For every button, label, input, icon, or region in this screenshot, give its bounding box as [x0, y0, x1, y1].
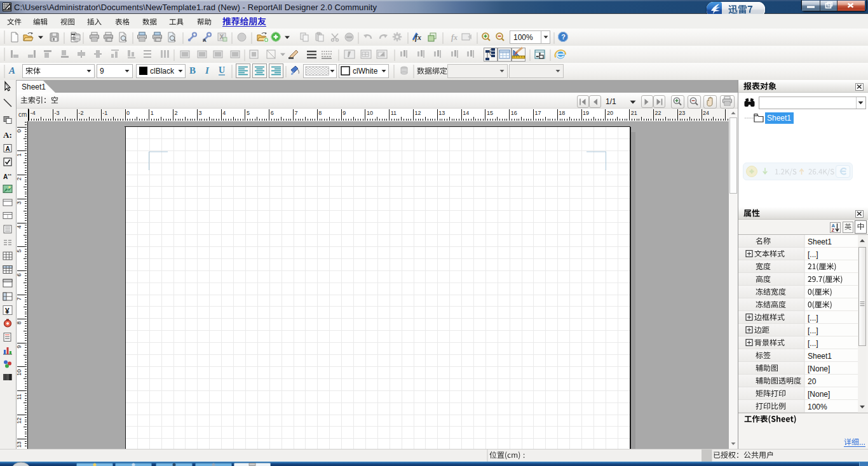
svg-text:8: 8 [16, 321, 22, 324]
svg-text:21: 21 [631, 110, 637, 116]
svg-text:?: ? [561, 33, 566, 41]
svg-text:2: 2 [16, 177, 22, 180]
svg-text:A:: A: [3, 130, 12, 140]
svg-text:22: 22 [655, 110, 661, 116]
svg-text:12: 12 [16, 417, 22, 423]
svg-text:17: 17 [535, 110, 541, 116]
svg-text:8: 8 [318, 110, 322, 116]
svg-text:5: 5 [16, 250, 22, 253]
svg-text:-1: -1 [102, 110, 107, 116]
svg-text:4: 4 [16, 225, 22, 229]
svg-text:U: U [219, 65, 225, 75]
svg-text:-3: -3 [55, 110, 60, 116]
svg-text:7: 7 [16, 297, 22, 300]
svg-text:20: 20 [607, 110, 613, 116]
svg-text:10: 10 [16, 369, 22, 376]
svg-text:19: 19 [583, 110, 589, 116]
svg-text:7: 7 [295, 110, 298, 116]
svg-text:-2: -2 [78, 110, 83, 116]
svg-text:13: 13 [438, 110, 445, 116]
svg-text:fx: fx [451, 33, 458, 42]
svg-text:11: 11 [391, 110, 397, 116]
svg-text:18: 18 [559, 110, 565, 116]
svg-text:23: 23 [679, 110, 685, 116]
svg-text:15: 15 [487, 110, 493, 116]
svg-text:6: 6 [16, 273, 22, 276]
svg-text:10: 10 [367, 110, 373, 116]
svg-text:9: 9 [342, 110, 346, 116]
svg-text:A: A [6, 145, 10, 152]
svg-text:-4: -4 [31, 110, 36, 116]
svg-text:1: 1 [151, 110, 154, 116]
svg-text:1: 1 [16, 153, 22, 156]
svg-text:**: ** [8, 173, 11, 178]
svg-text:2: 2 [175, 110, 178, 116]
svg-text:A: A [8, 65, 15, 76]
svg-text:0: 0 [126, 110, 130, 116]
svg-text:11: 11 [16, 394, 22, 399]
svg-text:Z: Z [832, 227, 835, 233]
svg-text:16: 16 [511, 110, 517, 116]
svg-text:B: B [189, 65, 196, 76]
svg-text:24: 24 [703, 110, 709, 116]
svg-text:12: 12 [415, 110, 421, 116]
svg-text:14: 14 [463, 110, 469, 116]
svg-text:3: 3 [16, 201, 22, 204]
svg-text:3: 3 [198, 110, 201, 116]
svg-text:A: A [203, 37, 207, 43]
svg-text:4: 4 [222, 110, 226, 116]
svg-text:9: 9 [16, 345, 22, 349]
svg-text:0: 0 [16, 130, 22, 133]
svg-text:I: I [205, 65, 210, 76]
svg-text:5: 5 [247, 110, 250, 116]
svg-text:¥: ¥ [5, 307, 10, 316]
svg-text:6: 6 [271, 110, 274, 116]
svg-text:fx: fx [415, 33, 421, 42]
svg-text:13: 13 [16, 441, 22, 448]
